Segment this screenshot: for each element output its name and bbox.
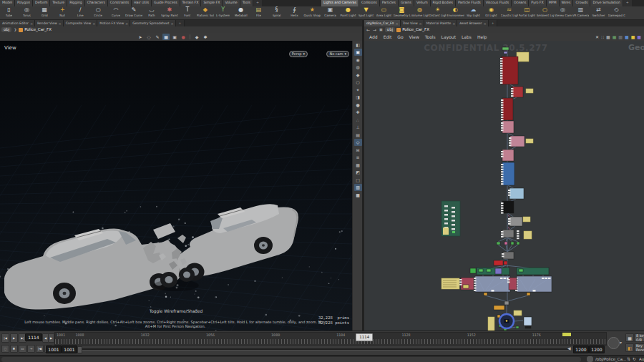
network-node[interactable] — [494, 260, 503, 265]
pane-tab-obj-police-car-fx[interactable]: obj/Police_Car_FX× — [364, 20, 401, 26]
network-node[interactable] — [517, 242, 519, 245]
high-quality-icon[interactable]: ▥ — [354, 184, 362, 192]
timeline-bookmark-marker[interactable] — [562, 333, 571, 336]
network-node[interactable] — [508, 217, 522, 226]
view-pin-icon[interactable]: ◧ — [354, 41, 362, 49]
global-end-field[interactable]: 1200 — [589, 346, 605, 353]
nav-back-icon[interactable]: ← — [366, 27, 371, 32]
pane-tab-render-view[interactable]: Render View× — [35, 20, 64, 26]
shelf-tool-ambient-light[interactable]: ○Ambient Light — [536, 6, 554, 19]
shelf-tab-wires[interactable]: Wires — [560, 0, 574, 6]
shelf-tab-volume[interactable]: Volume — [223, 0, 240, 6]
network-node[interactable] — [463, 285, 469, 288]
network-overview-icon[interactable]: ■ — [625, 34, 629, 41]
global-start-field[interactable]: 1001 — [46, 346, 62, 353]
add-shelf-tab-button[interactable]: + — [253, 0, 263, 6]
shelf-tool-area-light[interactable]: ▭Area Light — [375, 6, 393, 19]
shelf-tab-constraints[interactable]: Constraints — [108, 0, 132, 6]
shelf-tool-font[interactable]: TFont — [178, 6, 196, 19]
shelf-tab-terrain-fx[interactable]: Terrain FX — [180, 0, 202, 6]
sticky-note[interactable] — [526, 139, 533, 143]
shelf-tab-hair-utils[interactable]: Hair Utils — [132, 0, 152, 6]
range-start-icon[interactable]: |◀ — [36, 345, 44, 353]
shelf-tool-switcher[interactable]: ⇄Switcher — [590, 6, 608, 19]
pane-tab-composite-view[interactable]: Composite View× — [64, 20, 98, 26]
menu-add[interactable]: Add — [366, 34, 381, 39]
network-node[interactable] — [508, 188, 524, 199]
view-mask-icon[interactable]: ◆ — [193, 34, 200, 40]
light-visibility-icon[interactable]: ✦ — [354, 86, 362, 94]
network-node[interactable] — [517, 230, 519, 239]
pane-tab-tree-view[interactable]: Tree View× — [401, 20, 424, 26]
select-tool-icon[interactable]: ➤ — [137, 34, 144, 40]
normals-display-icon[interactable]: ⊥ — [354, 124, 362, 132]
sticky-note[interactable] — [441, 278, 459, 289]
shaded-mode-icon[interactable]: ◉ — [354, 56, 362, 64]
network-node[interactable] — [494, 305, 504, 310]
pane-tab-geometry-spreadsheet[interactable]: Geometry Spreadsheet× — [130, 20, 175, 26]
network-node[interactable] — [500, 57, 518, 84]
color-palette-icon[interactable]: ▦ — [613, 34, 617, 41]
close-tab-icon[interactable]: × — [59, 21, 62, 26]
box-select-icon[interactable]: ▣ — [171, 34, 178, 40]
shelf-tool-tube[interactable]: ▯Tube — [0, 6, 18, 19]
keys-info-button[interactable]: 8 keys, 0/8 — [634, 333, 644, 342]
grid-display-icon[interactable]: ⊞ — [354, 146, 362, 154]
playbar-settings-icon[interactable]: ✱ — [10, 345, 18, 353]
sticky-add-icon[interactable]: ■ — [631, 34, 635, 41]
network-node[interactable] — [509, 136, 525, 147]
shelf-tab-rigging[interactable]: Rigging — [67, 0, 84, 6]
network-node[interactable] — [501, 230, 514, 238]
network-node[interactable] — [497, 242, 500, 245]
close-tab-icon[interactable]: × — [170, 21, 173, 26]
headlight-icon[interactable]: ● — [354, 101, 362, 109]
network-node[interactable] — [511, 87, 523, 97]
close-tab-icon[interactable]: × — [395, 21, 398, 26]
network-node[interactable] — [515, 276, 552, 292]
shelf-tab-simple-fx[interactable]: Simple FX — [201, 0, 223, 6]
network-canvas[interactable]: CONFIDENTIAL 20.5.277 Geo — [364, 41, 644, 331]
goto-frame-icon[interactable]: → — [27, 345, 35, 353]
view-box-icon[interactable]: □ — [354, 176, 362, 184]
sticky-note[interactable] — [517, 52, 529, 62]
shelf-tab-lights-and-cameras[interactable]: Lights and Cameras — [321, 0, 359, 6]
updown-icon[interactable]: ⇅ — [627, 356, 630, 361]
shelf-tab-polygon[interactable]: Polygon — [15, 0, 33, 6]
sticky-note[interactable] — [524, 231, 532, 239]
safe-frame-icon[interactable]: ■ — [354, 191, 362, 199]
close-tab-icon[interactable]: × — [452, 21, 455, 26]
menu-view[interactable]: View — [406, 34, 422, 39]
playbar-zoom-icon[interactable]: ◌ — [1, 345, 9, 353]
onion-skin-icon[interactable]: ◩ — [354, 169, 362, 177]
node-path-icon[interactable]: ∷ — [601, 34, 604, 41]
network-node[interactable] — [504, 52, 507, 54]
shelf-tool-circle[interactable]: ○Circle — [89, 6, 107, 19]
shelf-tool-quick-shapes[interactable]: ★Quick Shapes — [303, 6, 321, 19]
key-pending-button[interactable]: Key Pending — [634, 343, 644, 352]
background-image-icon[interactable]: ▩ — [354, 161, 362, 169]
shelf-tool-volume-light[interactable]: ◍Volume Light — [411, 6, 429, 19]
sticky-note[interactable] — [514, 310, 522, 315]
shelf-tool-gamepad-camera[interactable]: ◇Gamepad Camera — [608, 6, 625, 19]
step-forward-button[interactable]: ▶ — [48, 333, 54, 343]
network-node[interactable] — [495, 268, 502, 274]
shelf-tab-pyro-fx[interactable]: Pyro FX — [529, 0, 546, 6]
shelf-tool-point-light[interactable]: ●Point Light — [339, 6, 357, 19]
network-box[interactable] — [441, 201, 460, 236]
nav-forward-icon[interactable]: → — [372, 27, 377, 32]
wireframe-overlay-icon[interactable]: ▤ — [354, 131, 362, 139]
network-node[interactable] — [507, 278, 517, 290]
network-node[interactable] — [501, 98, 513, 120]
shelf-tab-oceans[interactable]: Oceans — [512, 0, 529, 6]
network-node[interactable] — [501, 121, 514, 133]
menu-tools[interactable]: Tools — [422, 34, 439, 39]
close-tab-icon[interactable]: × — [419, 21, 422, 26]
snapping-icon[interactable]: ✚ — [354, 109, 362, 117]
shelf-tool-gi-light[interactable]: ◉GI Light — [482, 6, 500, 19]
shelf-tool-camera[interactable]: ▣Camera — [321, 6, 339, 19]
pane-tab-motion-fx-view[interactable]: Motion FX View× — [97, 20, 130, 26]
menu-layout[interactable]: Layout — [439, 34, 459, 39]
shelf-tool-l-system[interactable]: YL-System — [214, 6, 232, 19]
snap-grid-icon[interactable]: ▦ — [162, 34, 170, 40]
shelf-tool-sky-light[interactable]: ☁Sky Light — [464, 6, 482, 19]
